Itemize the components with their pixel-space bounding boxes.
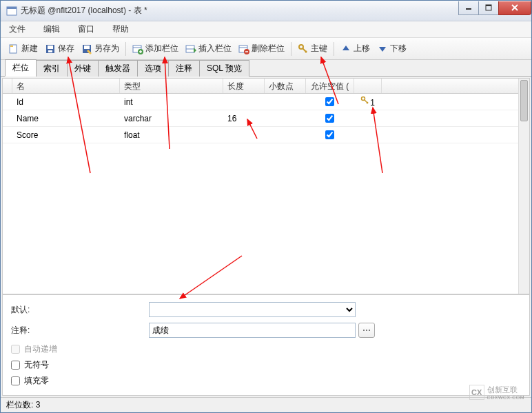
svg-marker-22 xyxy=(194,48,196,53)
move-down-button[interactable]: 下移 xyxy=(374,41,410,57)
tab-fields[interactable]: 栏位 xyxy=(5,59,37,77)
delete-field-icon xyxy=(238,43,249,54)
grid-header-length[interactable]: 长度 xyxy=(223,79,265,93)
cell-name[interactable]: Name xyxy=(12,112,120,125)
menu-help[interactable]: 帮助 xyxy=(110,22,132,37)
scrollbar-thumb[interactable] xyxy=(520,80,528,121)
svg-rect-1 xyxy=(7,7,17,9)
vertical-scrollbar[interactable] xyxy=(518,79,529,294)
allow-null-checkbox[interactable] xyxy=(325,97,334,106)
tab-indexes[interactable]: 索引 xyxy=(36,60,68,77)
cell-allow-null[interactable] xyxy=(306,112,354,125)
tab-sql-preview[interactable]: SQL 预览 xyxy=(199,60,249,77)
comment-more-button[interactable] xyxy=(358,323,375,338)
tab-bar: 栏位 索引 外键 触发器 选项 注释 SQL 预览 xyxy=(1,60,531,77)
toolbar: 新建 保存 另存为 添加栏位 插入栏位 删除栏位 主键 上移 下移 xyxy=(1,38,531,60)
grid-header-name[interactable]: 名 xyxy=(12,79,120,93)
statusbar: 栏位数: 3 xyxy=(1,397,531,412)
menu-window[interactable]: 窗口 xyxy=(75,22,97,37)
save-as-icon xyxy=(81,43,92,54)
add-field-button[interactable]: 添加栏位 xyxy=(129,41,182,57)
cell-decimals[interactable] xyxy=(265,117,306,121)
row-edit-marker xyxy=(3,100,12,104)
table-row[interactable]: Scorefloat xyxy=(3,127,529,143)
maximize-button[interactable] xyxy=(478,1,499,15)
insert-field-icon xyxy=(185,43,196,54)
table-row[interactable]: Idint1 xyxy=(3,94,529,110)
svg-rect-13 xyxy=(84,46,90,49)
comment-input[interactable] xyxy=(149,323,356,338)
menu-edit[interactable]: 编辑 xyxy=(41,22,63,37)
default-select[interactable] xyxy=(149,302,356,317)
cell-key[interactable] xyxy=(354,133,382,137)
cell-decimals[interactable] xyxy=(265,133,306,137)
grid-header-decimals[interactable]: 小数点 xyxy=(265,79,306,93)
field-count: 栏位数: 3 xyxy=(6,399,40,411)
grid-header-type[interactable]: 类型 xyxy=(120,79,223,93)
auto-increment-checkbox xyxy=(11,345,20,354)
unsigned-row: 无符号 xyxy=(11,359,521,371)
svg-rect-10 xyxy=(48,46,53,49)
primary-key-button[interactable]: 主键 xyxy=(294,41,331,57)
titlebar: 无标题 @nfit2017 (localhost) - 表 * xyxy=(1,1,531,21)
cell-length[interactable]: 16 xyxy=(223,112,265,125)
toolbar-separator xyxy=(125,42,126,56)
cell-allow-null[interactable] xyxy=(306,95,354,108)
fields-grid[interactable]: 名 类型 长度 小数点 允许空值 ( Idint1Namevarchar16Sc… xyxy=(3,79,529,294)
save-icon xyxy=(45,43,56,54)
cell-key[interactable] xyxy=(354,117,382,121)
field-properties: 默认: 注释: 自动递增 无符号 填充零 xyxy=(3,294,529,395)
unsigned-checkbox[interactable] xyxy=(11,361,20,370)
auto-increment-row: 自动递增 xyxy=(11,343,521,355)
tab-foreign-keys[interactable]: 外键 xyxy=(67,60,99,77)
table-row[interactable]: Namevarchar16 xyxy=(3,110,529,127)
close-button[interactable] xyxy=(498,1,531,15)
new-icon xyxy=(8,43,19,54)
cell-name[interactable]: Score xyxy=(12,128,120,142)
tab-options[interactable]: 选项 xyxy=(137,60,169,77)
svg-marker-31 xyxy=(379,47,386,52)
grid-header-key[interactable] xyxy=(354,79,382,93)
tab-triggers[interactable]: 触发器 xyxy=(98,60,138,77)
allow-null-checkbox[interactable] xyxy=(325,130,334,139)
menubar: 文件 编辑 窗口 帮助 xyxy=(1,21,531,38)
grid-header: 名 类型 长度 小数点 允许空值 ( xyxy=(3,79,529,94)
grid-header-edit xyxy=(3,79,12,93)
tab-comment[interactable]: 注释 xyxy=(168,60,200,77)
save-as-button[interactable]: 另存为 xyxy=(78,41,123,57)
save-button[interactable]: 保存 xyxy=(41,41,78,57)
row-edit-marker xyxy=(3,117,12,121)
new-button[interactable]: 新建 xyxy=(5,41,41,57)
cell-decimals[interactable] xyxy=(265,100,306,104)
arrow-down-icon xyxy=(377,43,388,54)
menu-file[interactable]: 文件 xyxy=(6,22,28,37)
zerofill-checkbox[interactable] xyxy=(11,376,20,385)
move-up-button[interactable]: 上移 xyxy=(337,41,374,57)
delete-field-button[interactable]: 删除栏位 xyxy=(235,41,288,57)
watermark-logo-icon: CX xyxy=(469,385,484,400)
app-icon xyxy=(6,6,17,17)
svg-rect-11 xyxy=(48,50,52,52)
cell-type[interactable]: int xyxy=(120,95,223,109)
comment-label: 注释: xyxy=(11,325,149,336)
cell-type[interactable]: varchar xyxy=(120,112,223,125)
cell-length[interactable] xyxy=(223,133,265,137)
svg-point-39 xyxy=(366,330,367,331)
minimize-button[interactable] xyxy=(458,1,479,15)
toolbar-separator xyxy=(334,42,334,56)
cell-key[interactable]: 1 xyxy=(354,94,382,110)
svg-rect-8 xyxy=(10,46,13,47)
default-label: 默认: xyxy=(11,304,149,316)
zerofill-label: 填充零 xyxy=(24,375,49,387)
cell-name[interactable]: Id xyxy=(12,95,120,109)
insert-field-button[interactable]: 插入栏位 xyxy=(182,41,235,57)
svg-point-40 xyxy=(369,330,370,331)
key-icon xyxy=(298,43,309,54)
cell-length[interactable] xyxy=(223,100,265,104)
grid-header-allow-null[interactable]: 允许空值 ( xyxy=(306,79,354,93)
allow-null-checkbox[interactable] xyxy=(325,114,334,123)
zerofill-row: 填充零 xyxy=(11,375,521,387)
cell-allow-null[interactable] xyxy=(306,128,354,141)
unsigned-label: 无符号 xyxy=(24,359,49,371)
cell-type[interactable]: float xyxy=(120,128,223,142)
